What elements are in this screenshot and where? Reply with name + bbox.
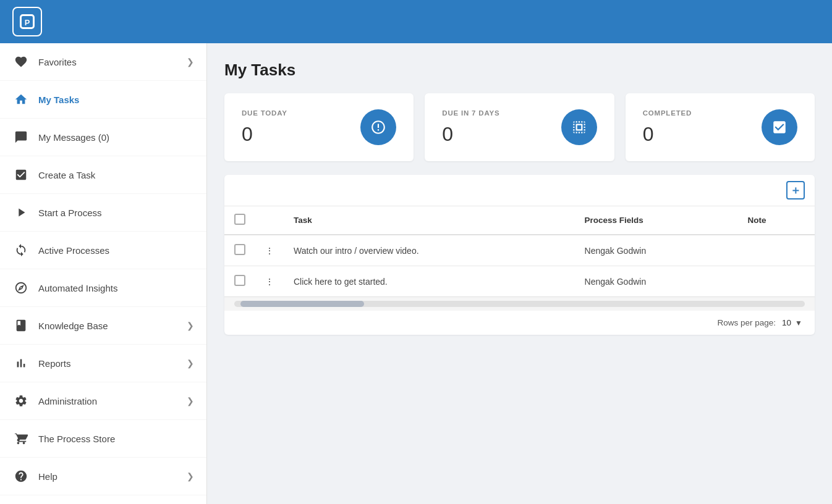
task-table: Task Process Fields Note ⋮ Watch our int… [224, 206, 815, 296]
col-header-process-fields: Process Fields [575, 206, 738, 235]
sidebar-item-process-store-label: The Process Store [38, 434, 194, 444]
content-area: My Tasks DUE TODAY 0 DUE IN 7 DAYS 0 [207, 43, 832, 504]
stat-card-due-today-left: DUE TODAY 0 [242, 109, 287, 146]
gear-icon [12, 392, 30, 410]
stat-due-7-days-label: DUE IN 7 DAYS [442, 109, 499, 117]
chevron-down-icon-reports: ❯ [187, 358, 194, 368]
rows-per-page-value: 10 [782, 318, 791, 327]
sidebar-item-favorites[interactable]: Favorites ❯ [0, 43, 206, 81]
completed-icon-circle [762, 109, 797, 145]
book-icon [12, 317, 30, 334]
sidebar-item-help[interactable]: Help ❯ [0, 458, 206, 495]
row1-checkbox-cell [224, 235, 255, 266]
sidebar-item-administration[interactable]: Administration ❯ [0, 382, 206, 420]
page-title: My Tasks [224, 61, 815, 80]
app-logo: P [12, 7, 42, 36]
sidebar-item-start-process[interactable]: Start a Process [0, 194, 206, 232]
rows-dropdown-arrow[interactable]: ▼ [795, 319, 802, 327]
sidebar-item-my-messages-label: My Messages (0) [38, 132, 194, 143]
chevron-down-icon-kb: ❯ [187, 321, 194, 330]
task-card-toolbar: ＋ [224, 175, 815, 206]
table-row: ⋮ Watch our intro / overview video. Neng… [224, 235, 815, 266]
stats-row: DUE TODAY 0 DUE IN 7 DAYS 0 [224, 93, 815, 161]
stat-due-today-label: DUE TODAY [242, 109, 287, 117]
stat-due-7-days-value: 0 [442, 123, 499, 146]
sidebar-item-active-processes[interactable]: Active Processes [0, 232, 206, 269]
sidebar-item-start-process-label: Start a Process [38, 208, 194, 218]
sidebar-item-my-tasks-label: My Tasks [38, 94, 194, 105]
sidebar-item-process-store[interactable]: The Process Store [0, 420, 206, 458]
sidebar-item-create-task-label: Create a Task [38, 170, 194, 180]
row2-process-fields: Nengak Godwin [575, 266, 738, 297]
sidebar-item-help-label: Help [38, 471, 187, 482]
col-header-task: Task [284, 206, 575, 235]
row1-task: Watch our intro / overview video. [284, 235, 575, 266]
due-today-icon-circle [360, 109, 396, 145]
sidebar-item-favorites-label: Favorites [38, 57, 187, 67]
row1-process-fields: Nengak Godwin [575, 235, 738, 266]
play-icon [12, 204, 30, 221]
compass-icon [12, 279, 30, 296]
topbar: P [0, 0, 832, 43]
chevron-down-icon-admin: ❯ [187, 396, 194, 406]
bar-chart-icon [12, 355, 30, 372]
heart-icon [12, 53, 30, 70]
row2-checkbox[interactable] [234, 275, 245, 286]
stat-card-completed: COMPLETED 0 [626, 93, 815, 161]
sidebar: Favorites ❯ My Tasks My Messages (0) Cre… [0, 43, 207, 504]
sidebar-item-create-task[interactable]: Create a Task [0, 156, 206, 194]
sidebar-item-active-processes-label: Active Processes [38, 245, 194, 256]
main-layout: Favorites ❯ My Tasks My Messages (0) Cre… [0, 43, 832, 504]
due-7-days-icon-circle [561, 109, 597, 145]
sidebar-item-knowledge-base-label: Knowledge Base [38, 321, 187, 331]
stat-card-due-today: DUE TODAY 0 [224, 93, 414, 161]
check-square-icon [12, 166, 30, 183]
horizontal-scrollbar[interactable] [234, 301, 805, 307]
row2-dots[interactable]: ⋮ [255, 266, 284, 297]
sidebar-item-administration-label: Administration [38, 396, 187, 406]
task-footer: Rows per page: 10 ▼ [224, 311, 815, 335]
sidebar-item-automated-insights-label: Automated Insights [38, 283, 194, 293]
scroll-thumb[interactable] [240, 301, 364, 307]
col-header-dots [255, 206, 284, 235]
stat-card-due-7-days: DUE IN 7 DAYS 0 [425, 93, 614, 161]
refresh-icon [12, 242, 30, 259]
rows-per-page-label: Rows per page: [718, 318, 776, 327]
col-header-notes: Note [738, 206, 815, 235]
stat-due-today-value: 0 [242, 123, 287, 146]
row1-dots[interactable]: ⋮ [255, 235, 284, 266]
home-icon [12, 91, 30, 108]
sidebar-item-reports[interactable]: Reports ❯ [0, 345, 206, 382]
col-header-checkbox [224, 206, 255, 235]
question-icon [12, 468, 30, 485]
row1-checkbox[interactable] [234, 244, 245, 255]
sidebar-item-knowledge-base[interactable]: Knowledge Base ❯ [0, 307, 206, 345]
scroll-track-row [224, 296, 815, 311]
chevron-down-icon: ❯ [187, 57, 194, 67]
table-row: ⋮ Click here to get started. Nengak Godw… [224, 266, 815, 297]
stat-completed-label: COMPLETED [643, 109, 692, 117]
row2-task: Click here to get started. [284, 266, 575, 297]
chevron-down-icon-help: ❯ [187, 471, 194, 481]
svg-text:P: P [25, 18, 30, 27]
add-task-button[interactable]: ＋ [786, 181, 805, 200]
stat-card-due-7-days-left: DUE IN 7 DAYS 0 [442, 109, 499, 146]
cart-icon [12, 430, 30, 447]
row2-checkbox-cell [224, 266, 255, 297]
sidebar-item-my-tasks[interactable]: My Tasks [0, 81, 206, 119]
table-header-row: Task Process Fields Note [224, 206, 815, 235]
rows-per-page-select[interactable]: 10 ▼ [782, 318, 802, 327]
task-card: ＋ Task Process Fields Note [224, 175, 815, 335]
row1-notes [738, 235, 815, 266]
header-checkbox[interactable] [234, 214, 245, 225]
sidebar-item-my-messages[interactable]: My Messages (0) [0, 119, 206, 156]
message-icon [12, 128, 30, 146]
stat-card-completed-left: COMPLETED 0 [643, 109, 692, 146]
sidebar-item-automated-insights[interactable]: Automated Insights [0, 269, 206, 307]
row2-notes [738, 266, 815, 297]
sidebar-item-reports-label: Reports [38, 358, 187, 369]
stat-completed-value: 0 [643, 123, 692, 146]
